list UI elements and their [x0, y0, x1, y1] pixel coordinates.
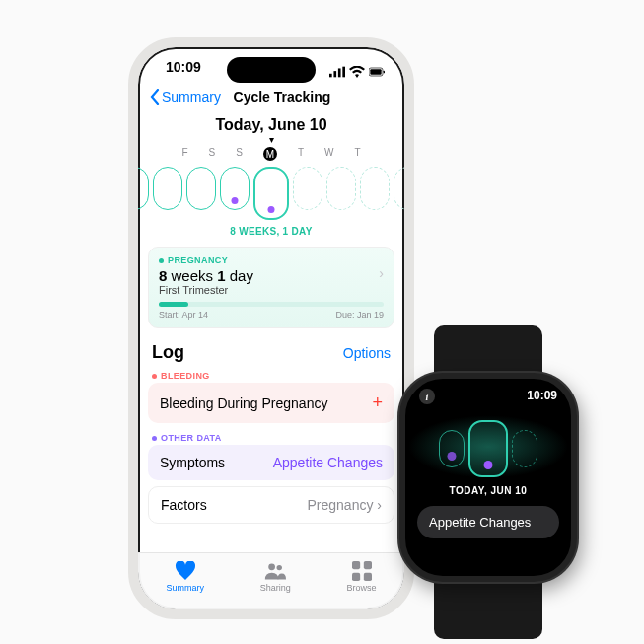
- pregnancy-duration: 8 weeks 1 day: [159, 267, 384, 284]
- bleeding-label: Bleeding During Pregnancy: [160, 395, 327, 411]
- pregnancy-progress-bar: [159, 302, 384, 307]
- tab-label: Sharing: [260, 583, 291, 593]
- day-label: T: [354, 147, 360, 161]
- status-icons: [329, 59, 385, 85]
- cycle-day-pill: [128, 167, 149, 210]
- wifi-icon: [349, 66, 365, 78]
- nav-title: Cycle Tracking: [172, 89, 393, 105]
- day-label: S: [209, 147, 216, 161]
- cycle-day-pill: [186, 167, 216, 210]
- svg-rect-10: [363, 561, 371, 569]
- svg-rect-11: [352, 572, 360, 580]
- day-labels: F S S M T W T: [138, 147, 404, 161]
- digital-crown[interactable]: [574, 428, 577, 460]
- svg-rect-2: [338, 68, 341, 77]
- today-header: Today, June 10: [138, 116, 404, 134]
- status-time: 10:09: [166, 59, 201, 85]
- symptoms-row[interactable]: Symptoms Appetite Changes: [148, 445, 394, 480]
- watch-symptom-chip[interactable]: Appetite Changes: [417, 506, 559, 538]
- log-header: Log Options: [138, 338, 404, 367]
- gestation-summary: 8 WEEKS, 1 DAY: [138, 226, 404, 237]
- progress-labels: Start: Apr 14 Due: Jan 19: [159, 310, 384, 320]
- svg-rect-3: [342, 67, 345, 78]
- watch-face: i 10:09 TODAY, JUN 10 Appetite Changes: [399, 373, 577, 582]
- watch-day-pill-future: [512, 430, 537, 467]
- svg-rect-0: [329, 74, 332, 78]
- dynamic-island: [227, 57, 316, 83]
- log-dot-icon: [232, 197, 239, 204]
- factors-value: Pregnancy ›: [308, 497, 383, 513]
- info-icon[interactable]: i: [419, 389, 435, 404]
- iphone-frame: 10:09 Summary Cycle Tracking Today, June…: [128, 37, 414, 619]
- log-dot-icon: [484, 461, 493, 469]
- cycle-day-pill: [153, 167, 182, 210]
- tab-label: Browse: [347, 583, 377, 593]
- tab-label: Summary: [166, 583, 204, 593]
- log-dot-icon: [448, 452, 457, 461]
- svg-rect-1: [333, 71, 336, 77]
- factors-row[interactable]: Factors Pregnancy ›: [148, 486, 394, 524]
- watch-day-pill: [439, 430, 465, 467]
- chevron-right-icon: ›: [379, 265, 384, 281]
- today-marker-icon: ▾: [138, 134, 404, 145]
- plus-icon[interactable]: +: [372, 393, 383, 413]
- cycle-day-pill-future: [360, 167, 390, 210]
- pregnancy-tag: PREGNANCY: [159, 255, 384, 265]
- pregnancy-card[interactable]: PREGNANCY 8 weeks 1 day First Trimester …: [148, 247, 394, 328]
- cycle-day-pill-today[interactable]: [253, 167, 289, 220]
- other-data-tag: OTHER DATA: [138, 429, 404, 445]
- due-date: Due: Jan 19: [335, 310, 384, 320]
- day-label: W: [324, 147, 333, 161]
- side-button[interactable]: [575, 477, 577, 519]
- trimester-label: First Trimester: [159, 284, 384, 296]
- svg-rect-12: [363, 572, 371, 580]
- cycle-pill-strip[interactable]: [138, 167, 404, 220]
- tab-summary[interactable]: Summary: [166, 561, 204, 593]
- nav-bar: Summary Cycle Tracking: [138, 85, 404, 112]
- symptoms-value: Appetite Changes: [273, 455, 383, 470]
- watch-today-label: TODAY, JUN 10: [405, 485, 571, 496]
- cycle-day-pill: [220, 167, 250, 210]
- people-icon: [264, 561, 286, 581]
- svg-rect-5: [370, 69, 381, 74]
- log-heading: Log: [152, 342, 184, 363]
- day-label: F: [181, 147, 187, 161]
- svg-rect-9: [352, 561, 360, 569]
- watch-time: 10:09: [527, 389, 557, 404]
- cycle-day-pill-future: [394, 167, 414, 210]
- tab-browse[interactable]: Browse: [347, 561, 377, 593]
- chevron-left-icon: [150, 89, 160, 105]
- svg-rect-6: [384, 71, 385, 74]
- tab-sharing[interactable]: Sharing: [260, 561, 291, 593]
- battery-icon: [369, 66, 385, 78]
- log-dot-icon: [268, 206, 275, 213]
- cycle-day-pill-future: [293, 167, 322, 210]
- watch-day-pill-today[interactable]: [468, 420, 508, 477]
- cycle-day-pill-future: [326, 167, 356, 210]
- day-label: T: [298, 147, 304, 161]
- options-button[interactable]: Options: [343, 345, 391, 361]
- start-date: Start: Apr 14: [159, 310, 208, 320]
- tab-bar: Summary Sharing Browse: [138, 552, 404, 609]
- svg-point-7: [268, 563, 275, 570]
- day-label-current: M: [263, 147, 277, 161]
- watch-status-bar: i 10:09: [405, 379, 571, 404]
- factors-label: Factors: [161, 497, 207, 513]
- day-label: S: [236, 147, 243, 161]
- bleeding-tag: BLEEDING: [138, 367, 404, 383]
- bleeding-row[interactable]: Bleeding During Pregnancy +: [148, 383, 394, 423]
- heart-icon: [175, 561, 196, 581]
- symptoms-label: Symptoms: [160, 455, 225, 470]
- apple-watch: i 10:09 TODAY, JUN 10 Appetite Changes: [394, 325, 582, 639]
- signal-icon: [329, 66, 345, 78]
- svg-point-8: [277, 564, 282, 569]
- grid-icon: [351, 561, 373, 581]
- watch-cycle-strip[interactable]: [405, 414, 571, 479]
